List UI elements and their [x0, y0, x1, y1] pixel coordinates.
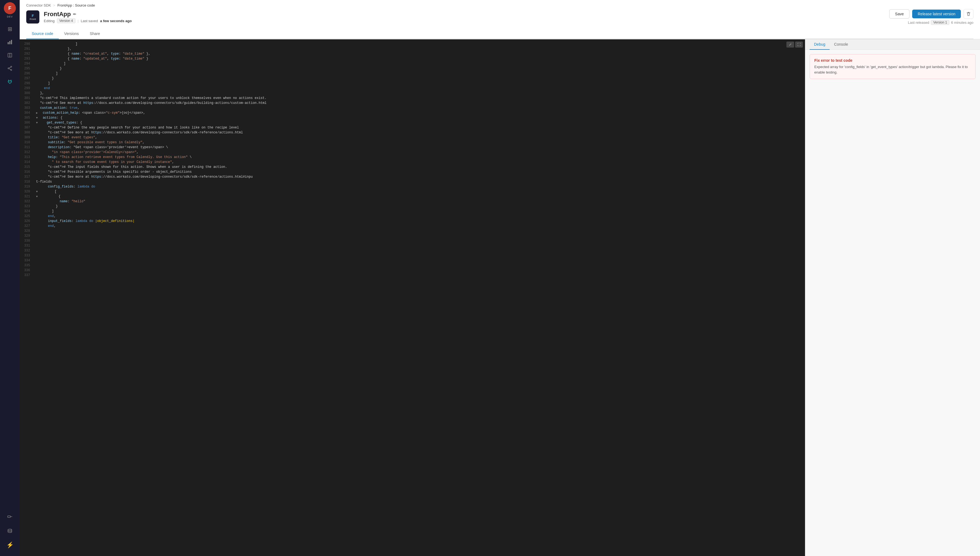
- sidebar: F DEV ⊞ ⚡: [0, 0, 20, 556]
- svg-line-6: [9, 67, 11, 68]
- main-content: Connector SDK > FrontApp : Source code F…: [20, 0, 980, 556]
- code-content[interactable]: ] }, { name: "created_at", type: "date_t…: [33, 39, 805, 556]
- title-right: Save Release latest version Last release…: [889, 9, 974, 25]
- breadcrumb: Connector SDK > FrontApp : Source code: [26, 0, 974, 9]
- version-editing-badge: Version 4: [57, 18, 76, 23]
- last-released-version-badge: Version 1: [931, 20, 949, 25]
- book-icon[interactable]: [4, 49, 16, 61]
- error-title: Fix error to test code: [814, 58, 971, 63]
- svg-rect-8: [8, 516, 10, 517]
- trash-button[interactable]: [964, 9, 974, 19]
- tab-versions[interactable]: Versions: [59, 29, 84, 39]
- debug-content: Fix error to test code Expected array fo…: [805, 50, 980, 556]
- svg-line-7: [9, 69, 11, 70]
- breadcrumb-current: FrontApp : Source code: [57, 3, 95, 7]
- app-logo: F Front: [26, 10, 39, 24]
- connector-icon[interactable]: [4, 76, 16, 87]
- tools-icon[interactable]: [4, 511, 16, 523]
- share-icon[interactable]: [4, 62, 16, 74]
- title-row: F Front FrontApp ✏ Editing Version 4 | L…: [26, 9, 974, 27]
- title-left: F Front FrontApp ✏ Editing Version 4 | L…: [26, 10, 132, 24]
- code-editor[interactable]: 2902912922932942952962972982993003013023…: [20, 39, 805, 556]
- svg-rect-2: [11, 40, 12, 44]
- debug-panel: Debug Console Fix error to test code Exp…: [805, 39, 980, 556]
- svg-point-3: [11, 66, 12, 67]
- svg-point-5: [11, 70, 12, 71]
- grid-icon[interactable]: ⊞: [4, 23, 16, 35]
- svg-rect-0: [8, 42, 9, 44]
- svg-point-4: [8, 68, 9, 69]
- error-message: Expected array for 'config_fields' in 'g…: [814, 64, 971, 75]
- tab-share[interactable]: Share: [84, 29, 105, 39]
- editor-area: 2902912922932942952962972982993003013023…: [20, 39, 980, 556]
- app-title-section: FrontApp ✏ Editing Version 4 | Last save…: [44, 11, 132, 23]
- avatar[interactable]: F: [4, 2, 16, 14]
- debug-tab-debug[interactable]: Debug: [810, 39, 830, 50]
- editor-toolbar: ⤢ ⛶: [786, 42, 803, 48]
- editor-expand-btn[interactable]: ⤢: [786, 42, 794, 48]
- breadcrumb-sep: >: [53, 3, 55, 7]
- save-button[interactable]: Save: [889, 9, 909, 19]
- tabs-row: Source code Versions Share: [26, 29, 974, 39]
- database-icon[interactable]: [4, 525, 16, 537]
- error-box: Fix error to test code Expected array fo…: [810, 54, 976, 79]
- svg-point-9: [8, 529, 12, 530]
- chart-icon[interactable]: [4, 36, 16, 48]
- debug-tab-console[interactable]: Console: [830, 39, 852, 50]
- edit-icon[interactable]: ✏: [73, 12, 76, 16]
- last-saved-time: a few seconds ago: [100, 19, 132, 23]
- app-title: FrontApp ✏: [44, 11, 132, 18]
- debug-tabs: Debug Console: [805, 39, 980, 50]
- editor-fullscreen-btn[interactable]: ⛶: [795, 42, 803, 48]
- last-released-row: Last released Version 1 6 minutes ago: [908, 20, 974, 25]
- dev-badge: DEV: [7, 15, 13, 18]
- tab-source-code[interactable]: Source code: [26, 29, 59, 39]
- workato-icon[interactable]: ⚡: [4, 539, 16, 551]
- svg-rect-1: [9, 41, 10, 44]
- top-bar: Connector SDK > FrontApp : Source code F…: [20, 0, 980, 39]
- line-numbers: 2902912922932942952962972982993003013023…: [20, 39, 33, 556]
- breadcrumb-connector-sdk[interactable]: Connector SDK: [26, 3, 51, 7]
- release-button[interactable]: Release latest version: [912, 10, 961, 18]
- editing-row: Editing Version 4 | Last saved a few sec…: [44, 18, 132, 23]
